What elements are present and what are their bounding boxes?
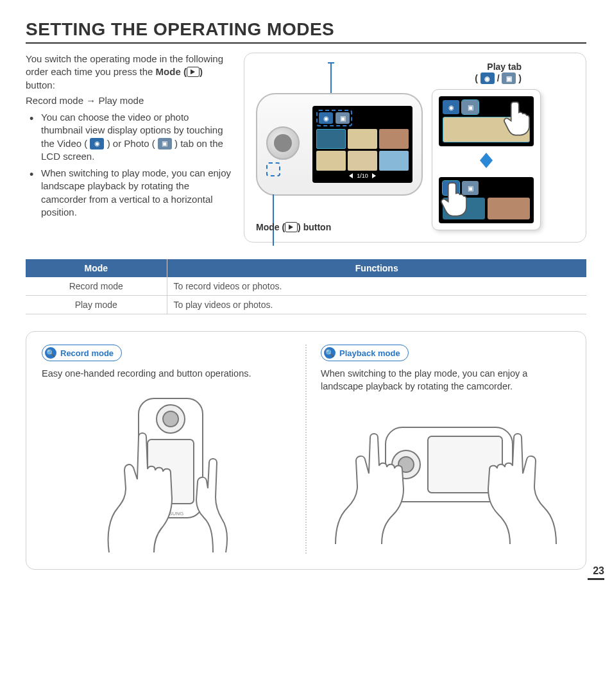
intro-line1d: button: <box>26 80 55 90</box>
playback-mode-pill: 🔍 Playback mode <box>321 345 409 361</box>
intro-line2: Record mode → Play mode <box>26 94 231 107</box>
play-tab-text: Play tab <box>475 61 522 73</box>
camera-lens-icon <box>266 126 300 160</box>
photo-tab-icon: ▣ <box>462 100 479 114</box>
modes-table: Mode Functions Record mode To record vid… <box>26 259 586 314</box>
intro-line1c: ) <box>200 66 203 77</box>
record-mode-column: 🔍 Record mode Easy one-handed recording … <box>42 345 305 554</box>
play-tab-label: Play tab ( ◉ / ▣ ) <box>475 61 522 85</box>
paren-sep: / <box>497 73 502 83</box>
horizontal-hold-illustration <box>321 399 570 547</box>
video-tab-icon: ◉ <box>319 112 333 124</box>
zoom-inset-panel: ◉ ▣ ◉ ▣ <box>432 89 541 230</box>
thumbnail <box>443 198 485 219</box>
prev-icon <box>349 173 353 178</box>
zoom-photo-mode: ◉ ▣ <box>439 96 534 146</box>
lcd-screen: ◉ ▣ 1/10 <box>312 106 412 183</box>
magnifier-icon: 🔍 <box>324 347 336 359</box>
thumbnail <box>348 151 377 171</box>
intro-text-block: You switch the operating mode in the fol… <box>26 53 231 243</box>
intro-bullet-2: When switching to play mode, you can enj… <box>28 167 231 219</box>
mode-button-label: Mode () button <box>256 222 331 233</box>
table-cell-mode: Record mode <box>26 277 167 296</box>
video-tab-icon: ◉ <box>90 138 104 149</box>
thumbnail <box>316 151 346 171</box>
illustration-panel: Play tab ( ◉ / ▣ ) ◉ ▣ <box>244 53 586 243</box>
photo-tab-icon: ▣ <box>158 138 172 149</box>
record-mode-text: Easy one-handed recording and button ope… <box>42 368 291 380</box>
playback-pill-text: Playback mode <box>339 348 400 358</box>
table-row: Record mode To record videos or photos. <box>26 277 586 296</box>
callout-line-tabs <box>330 64 332 97</box>
table-cell-mode: Play mode <box>26 296 167 314</box>
thumbnail <box>316 129 346 149</box>
callout-line-mode-button <box>273 194 274 246</box>
play-icon <box>285 222 298 232</box>
table-cell-func: To record videos or photos. <box>167 277 586 296</box>
thumbnail-grid <box>316 129 409 171</box>
table-head-mode: Mode <box>26 259 167 277</box>
magnifier-icon: 🔍 <box>45 347 56 359</box>
paren-open: ( <box>475 73 478 83</box>
vertical-hold-illustration: SAMSUNG <box>42 387 291 554</box>
video-tab-icon: ◉ <box>443 100 459 114</box>
photo-tab-icon: ▣ <box>502 73 516 84</box>
thumbnail <box>443 117 530 142</box>
mode-button-marker-icon <box>266 162 280 176</box>
thumbnail <box>488 198 530 219</box>
swap-arrow-icon <box>477 153 495 171</box>
photo-tab-icon: ▣ <box>462 181 479 195</box>
table-head-functions: Functions <box>167 259 586 277</box>
page-counter: 1/10 <box>357 173 368 179</box>
record-mode-pill: 🔍 Record mode <box>42 345 122 361</box>
pagination-bar: 1/10 <box>316 173 409 179</box>
thumbnail <box>348 129 377 149</box>
page-number: 23 <box>588 565 604 580</box>
camcorder-illustration: ◉ ▣ 1/10 <box>256 93 423 196</box>
feature-panel: 🔍 Record mode Easy one-handed recording … <box>26 331 586 570</box>
intro-bullet-1: You can choose the video or photo thumbn… <box>28 111 231 163</box>
record-pill-text: Record mode <box>60 348 114 358</box>
mode-button-label-a: Mode ( <box>256 222 285 232</box>
paren-close: ) <box>518 73 522 83</box>
thumbnail <box>379 151 409 171</box>
zoom-video-mode: ◉ ▣ <box>439 177 534 223</box>
table-cell-func: To play videos or photos. <box>167 296 586 314</box>
photo-tab-icon: ▣ <box>336 112 350 124</box>
intro-line1b: Mode ( <box>156 66 187 77</box>
playback-mode-text: When switching to the play mode, you can… <box>321 368 570 393</box>
play-icon <box>187 67 200 77</box>
table-row: Play mode To play videos or photos. <box>26 296 586 314</box>
page-title: SETTING THE OPERATING MODES <box>26 19 586 44</box>
screen-tabs-highlight: ◉ ▣ <box>316 110 352 126</box>
next-icon <box>372 173 376 178</box>
thumbnail <box>379 129 409 149</box>
intro-bullet1b: ) or Photo ( <box>107 138 155 149</box>
playback-mode-column: 🔍 Playback mode When switching to the pl… <box>305 345 570 554</box>
svg-point-2 <box>163 411 178 427</box>
mode-button-label-b: ) button <box>298 222 331 232</box>
video-tab-icon: ◉ <box>480 73 495 84</box>
video-tab-icon: ◉ <box>443 181 459 195</box>
